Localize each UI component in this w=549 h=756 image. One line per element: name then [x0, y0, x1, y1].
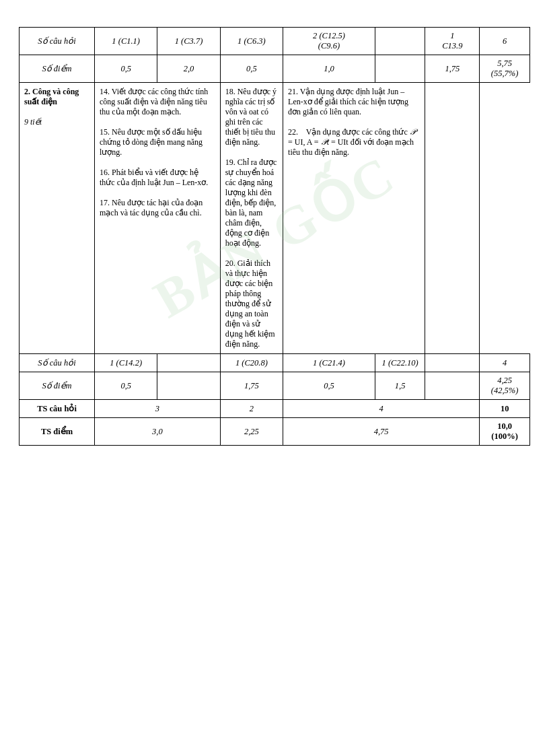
- diem-10: 1,0: [283, 55, 375, 83]
- section-title: 2. Công và công suất điện: [24, 87, 79, 106]
- table-row: Số câu hỏi 1 (C1.1) 1 (C3.7) 1 (C6.3) 2 …: [20, 28, 530, 55]
- ts-cau-hoi-label: TS câu hỏi: [20, 400, 95, 418]
- total-6: 6: [480, 28, 530, 55]
- so-cau-hoi-label-1: Số câu hỏi: [20, 28, 95, 55]
- empty-diem-2: [157, 372, 220, 400]
- content-table-row: 2. Công và công suất điện 9 tiết 14. Viế…: [20, 83, 530, 354]
- empty-diem: [375, 55, 425, 83]
- ts-cau-hoi-4: 4: [283, 400, 480, 418]
- thong-hieu-cell: 18. Nêu được ý nghĩa các trị số vôn và o…: [220, 83, 283, 354]
- ts-cau-hoi-row: TS câu hỏi 3 2 4 10: [20, 400, 530, 418]
- diem-575: 5,75(55,7%): [480, 55, 530, 83]
- ts-diem-475: 4,75: [283, 418, 480, 446]
- diem-15: 1,5: [375, 372, 425, 400]
- empty-content-cell: [425, 83, 480, 354]
- ts-diem-30: 3,0: [95, 418, 221, 446]
- c21-header: 1 (C21.4): [283, 354, 375, 372]
- total-4: 4: [480, 354, 530, 372]
- c3-header: 1 (C3.7): [157, 28, 220, 55]
- ts-diem-100: 10,0(100%): [480, 418, 530, 446]
- diem-175-2: 1,75: [220, 372, 283, 400]
- diem-05-2: 0,5: [220, 55, 283, 83]
- ts-diem-row: TS điểm 3,0 2,25 4,75 10,0(100%): [20, 418, 530, 446]
- so-cau-hoi-label-2: Số câu hỏi: [20, 354, 95, 372]
- diem-425: 4,25(42,5%): [480, 372, 530, 400]
- table-row: Số điểm 0,5 1,75 0,5 1,5 4,25(42,5%): [20, 372, 530, 400]
- empty-c-2: [425, 354, 480, 372]
- c12-header: 2 (C12.5)(C9.6): [283, 28, 375, 55]
- empty-diem-3: [425, 372, 480, 400]
- section-title-cell: 2. Công và công suất điện 9 tiết: [20, 83, 95, 354]
- table-row: Số điểm 0,5 2,0 0,5 1,0 1,75 5,75(55,7%): [20, 55, 530, 83]
- ts-cau-hoi-10: 10: [480, 400, 530, 418]
- diem-05-3: 0,5: [95, 372, 157, 400]
- van-dung-cell: 21. Vận dụng được định luật Jun – Len-xơ…: [283, 83, 425, 354]
- ts-diem-225: 2,25: [220, 418, 283, 446]
- nhan-biet-cell: 14. Viết được các công thức tính công su…: [95, 83, 221, 354]
- table-row: Số câu hỏi 1 (C14.2) 1 (C20.8) 1 (C21.4)…: [20, 354, 530, 372]
- section-sub: 9 tiết: [24, 117, 42, 127]
- main-table: Số câu hỏi 1 (C1.1) 1 (C3.7) 1 (C6.3) 2 …: [19, 27, 530, 446]
- diem-175-1: 1,75: [425, 55, 480, 83]
- c22-header: 1 (C22.10): [375, 354, 425, 372]
- c1-header: 1 (C1.1): [95, 28, 157, 55]
- so-diem-label-2: Số điểm: [20, 372, 95, 400]
- c20-header: 1 (C20.8): [220, 354, 283, 372]
- diem-05-4: 0,5: [283, 372, 375, 400]
- c6-header: 1 (C6.3): [220, 28, 283, 55]
- ts-cau-hoi-3: 3: [95, 400, 221, 418]
- diem-20: 2,0: [157, 55, 220, 83]
- c14-header: 1 (C14.2): [95, 354, 157, 372]
- ts-cau-hoi-2: 2: [220, 400, 283, 418]
- empty-col: [375, 28, 425, 55]
- diem-05-1: 0,5: [95, 55, 157, 83]
- empty-c-1: [157, 354, 220, 372]
- page: BẢN GỐC Số câu hỏi 1 (C1.1) 1 (C3.7) 1 (…: [19, 27, 530, 446]
- c13-header: 1C13.9: [425, 28, 480, 55]
- so-diem-label-1: Số điểm: [20, 55, 95, 83]
- ts-diem-label: TS điểm: [20, 418, 95, 446]
